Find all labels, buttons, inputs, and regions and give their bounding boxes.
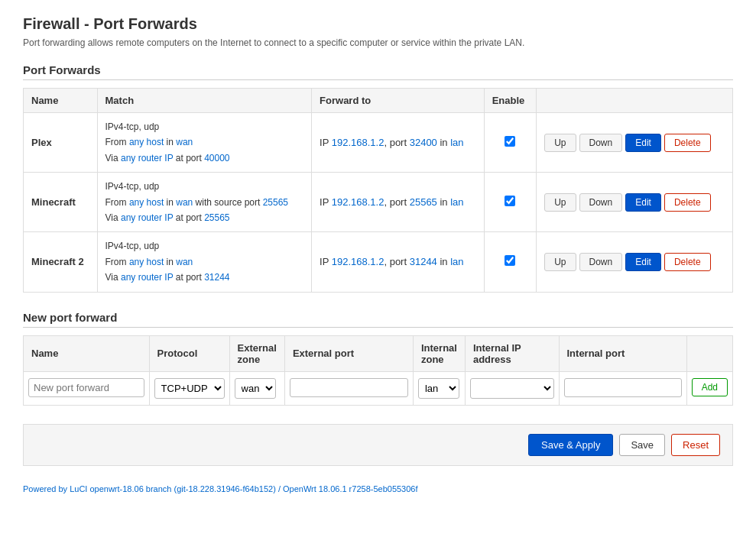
any-host-link-minecraft2[interactable]: any host [129, 257, 164, 267]
forward-ip-plex[interactable]: 192.168.1.2 [332, 137, 384, 148]
port-forwards-section: Port Forwards Name Match Forward to Enab… [23, 63, 733, 293]
forward-zone-plex[interactable]: lan [450, 137, 463, 148]
wan-link-minecraft[interactable]: wan [176, 197, 193, 208]
col-actions [537, 89, 733, 113]
table-row: Minecraft IPv4-tcp, udp From any host in… [24, 173, 733, 232]
nf-name-input[interactable] [28, 378, 144, 397]
forward-ip-minecraft2[interactable]: 192.168.1.2 [332, 256, 384, 267]
row-forward-minecraft: IP 192.168.1.2, port 25565 in lan [312, 173, 485, 232]
new-port-forward-heading: New port forward [23, 311, 733, 328]
nf-ext-port-input[interactable] [290, 378, 408, 397]
nf-int-ip-cell [465, 371, 559, 405]
row-enable-minecraft[interactable] [484, 173, 537, 232]
delete-button-minecraft[interactable]: Delete [664, 193, 711, 212]
nf-col-int-ip: Internal IP address [465, 335, 559, 371]
down-button-plex[interactable]: Down [579, 134, 623, 152]
nf-col-ext-port: External port [284, 335, 413, 371]
any-host-link-minecraft[interactable]: any host [129, 197, 164, 208]
row-match-minecraft: IPv4-tcp, udp From any host in wan with … [97, 173, 312, 232]
wan-link-minecraft2[interactable]: wan [176, 257, 193, 267]
new-port-forward-table: Name Protocol Externalzone External port… [23, 335, 733, 406]
page-subtitle: Port forwarding allows remote computers … [23, 37, 733, 48]
reset-button[interactable]: Reset [671, 434, 720, 456]
nf-col-ext-zone: Externalzone [229, 335, 284, 371]
nf-col-int-port: Internal port [559, 335, 686, 371]
nf-col-action [686, 335, 732, 371]
edit-button-minecraft2[interactable]: Edit [625, 253, 661, 271]
delete-button-plex[interactable]: Delete [664, 134, 711, 152]
any-host-link-plex[interactable]: any host [129, 137, 164, 147]
row-forward-plex: IP 192.168.1.2, port 32400 in lan [312, 113, 485, 173]
row-actions-plex: Up Down Edit Delete [537, 113, 733, 173]
row-forward-minecraft2: IP 192.168.1.2, port 31244 in lan [312, 232, 485, 292]
table-row: Minecraft 2 IPv4-tcp, udp From any host … [24, 232, 733, 292]
row-match-plex: IPv4-tcp, udp From any host in wan Via a… [97, 113, 312, 173]
enable-checkbox-minecraft2[interactable] [505, 255, 515, 266]
up-button-minecraft2[interactable]: Up [544, 253, 576, 271]
nf-ext-port-cell [284, 371, 413, 405]
forward-port-plex[interactable]: 32400 [410, 137, 437, 148]
port-link-plex[interactable]: 40000 [204, 153, 229, 163]
any-router-ip-link-minecraft2[interactable]: any router IP [121, 272, 173, 283]
save-button[interactable]: Save [619, 434, 665, 456]
row-actions-minecraft: Up Down Edit Delete [537, 173, 733, 232]
col-match: Match [97, 89, 312, 113]
row-enable-minecraft2[interactable] [484, 232, 537, 292]
nf-col-int-zone: Internalzone [413, 335, 465, 371]
enable-checkbox-minecraft[interactable] [505, 196, 515, 206]
nf-protocol-select[interactable]: TCP+UDP TCP UDP Other [154, 378, 225, 399]
nf-int-zone-cell: lan wan [413, 371, 465, 405]
forward-zone-minecraft[interactable]: lan [450, 196, 463, 208]
nf-int-ip-select[interactable] [470, 378, 554, 399]
nf-int-port-input[interactable] [564, 378, 682, 397]
new-port-forward-section: New port forward Name Protocol Externalz… [23, 311, 733, 406]
nf-col-protocol: Protocol [149, 335, 229, 371]
edit-button-plex[interactable]: Edit [625, 134, 661, 152]
nf-ext-zone-select[interactable]: wan lan [235, 378, 276, 399]
up-button-minecraft[interactable]: Up [544, 193, 576, 212]
nf-protocol-cell: TCP+UDP TCP UDP Other [149, 371, 229, 405]
any-router-ip-link-plex[interactable]: any router IP [121, 153, 173, 163]
down-button-minecraft[interactable]: Down [579, 193, 623, 212]
col-name: Name [24, 89, 98, 113]
col-forward-to: Forward to [312, 89, 485, 113]
port-forwards-heading: Port Forwards [23, 63, 733, 80]
nf-ext-zone-cell: wan lan [229, 371, 284, 405]
footer-note: Powered by LuCI openwrt-18.06 branch (gi… [23, 484, 733, 493]
edit-button-minecraft[interactable]: Edit [625, 193, 661, 212]
nf-name-cell [24, 371, 150, 405]
up-button-plex[interactable]: Up [544, 134, 576, 152]
footer-buttons-bar: Save & Apply Save Reset [23, 424, 733, 466]
row-actions-minecraft2: Up Down Edit Delete [537, 232, 733, 292]
nf-int-zone-select[interactable]: lan wan [418, 378, 459, 399]
forward-port-minecraft[interactable]: 25565 [410, 196, 437, 208]
new-port-forward-row: TCP+UDP TCP UDP Other wan lan [24, 371, 733, 405]
any-router-ip-link-minecraft[interactable]: any router IP [121, 212, 173, 223]
row-match-minecraft2: IPv4-tcp, udp From any host in wan Via a… [97, 232, 312, 292]
nf-col-name: Name [24, 335, 150, 371]
delete-button-minecraft2[interactable]: Delete [664, 253, 711, 271]
row-name-minecraft2: Minecraft 2 [24, 232, 98, 292]
save-apply-button[interactable]: Save & Apply [528, 434, 613, 456]
sport-link-minecraft[interactable]: 25565 [263, 197, 288, 208]
enable-checkbox-plex[interactable] [505, 136, 515, 147]
add-button[interactable]: Add [692, 378, 728, 396]
port-forwards-table: Name Match Forward to Enable Plex IPv4-t… [23, 88, 733, 293]
forward-ip-minecraft[interactable]: 192.168.1.2 [332, 196, 384, 208]
row-enable-plex[interactable] [484, 113, 537, 173]
table-row: Plex IPv4-tcp, udp From any host in wan … [24, 113, 733, 173]
col-enable: Enable [484, 89, 537, 113]
row-name-plex: Plex [24, 113, 98, 173]
port-link-minecraft[interactable]: 25565 [204, 212, 229, 223]
page-title: Firewall - Port Forwards [23, 15, 733, 33]
port-link-minecraft2[interactable]: 31244 [204, 272, 229, 283]
down-button-minecraft2[interactable]: Down [579, 253, 623, 271]
nf-int-port-cell [559, 371, 686, 405]
forward-port-minecraft2[interactable]: 31244 [410, 256, 437, 267]
row-name-minecraft: Minecraft [24, 173, 98, 232]
nf-add-cell: Add [686, 371, 732, 405]
forward-zone-minecraft2[interactable]: lan [450, 256, 463, 267]
wan-link-plex[interactable]: wan [176, 137, 193, 147]
